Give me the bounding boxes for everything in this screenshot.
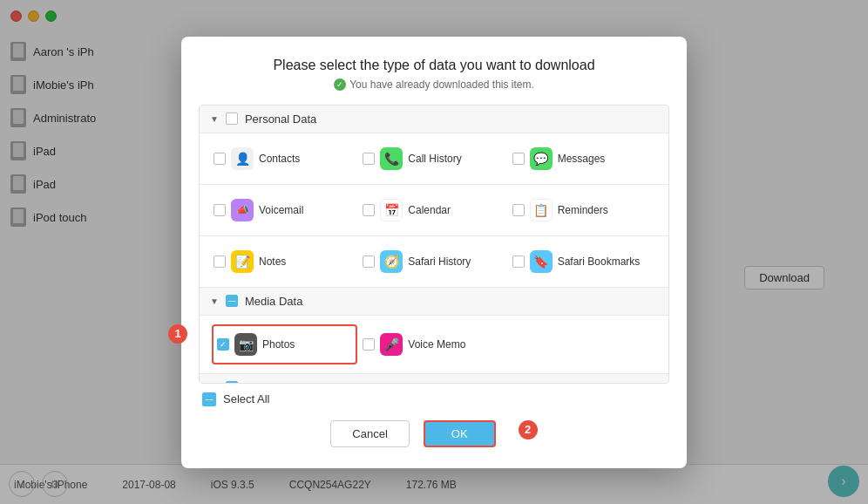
app-data-header[interactable]: — App Data	[200, 374, 668, 384]
personal-data-header[interactable]: ▼ Personal Data	[200, 106, 668, 133]
modal-dialog: 1 Please select the type of data you wan…	[181, 37, 687, 468]
reminders-label: Reminders	[558, 204, 608, 216]
photos-checkbox[interactable]	[217, 338, 229, 351]
safari-history-label: Safari History	[408, 255, 471, 268]
safari-bookmarks-icon: 🔖	[530, 250, 553, 273]
safari-history-item[interactable]: 🧭 Safari History	[359, 243, 508, 280]
calendar-icon: 📅	[380, 199, 403, 221]
notes-label: Notes	[259, 255, 286, 268]
safari-bookmarks-item[interactable]: 🔖 Safari Bookmarks	[509, 243, 658, 280]
modal-subtitle-text: You have already downloaded this item.	[349, 78, 534, 91]
personal-data-label: Personal Data	[245, 112, 316, 126]
modal-title: Please select the type of data you want …	[181, 58, 687, 73]
notes-icon: 📝	[231, 250, 254, 273]
reminders-item[interactable]: 📋 Reminders	[509, 192, 658, 228]
call-history-checkbox[interactable]	[363, 153, 375, 165]
media-data-label: Media Data	[245, 295, 302, 308]
reminders-checkbox[interactable]	[512, 204, 525, 216]
voicemail-icon: 📣	[231, 199, 254, 221]
call-history-icon: 📞	[380, 147, 403, 170]
contacts-checkbox[interactable]	[214, 153, 226, 165]
call-history-label: Call History	[408, 153, 461, 165]
contacts-item[interactable]: 👤 Contacts	[210, 140, 359, 177]
safari-history-icon: 🧭	[380, 250, 403, 273]
notes-checkbox[interactable]	[214, 255, 226, 268]
voicemail-item[interactable]: 📣 Voicemail	[210, 192, 359, 228]
check-icon: ✓	[334, 78, 346, 91]
step2-badge: 2	[519, 420, 538, 439]
voice-memo-icon: 🎤	[380, 333, 403, 356]
contacts-icon: 👤	[231, 147, 254, 170]
photos-label: Photos	[262, 338, 295, 351]
personal-row-1: 👤 Contacts 📞 Call History 💬 Messages	[200, 133, 668, 185]
cancel-button[interactable]: Cancel	[330, 420, 409, 447]
voicemail-label: Voicemail	[259, 204, 303, 216]
notes-item[interactable]: 📝 Notes	[210, 243, 359, 280]
select-all-row[interactable]: Select All	[181, 384, 687, 415]
voicemail-checkbox[interactable]	[214, 204, 226, 216]
messages-checkbox[interactable]	[512, 153, 525, 165]
media-collapse-arrow-icon: ▼	[210, 296, 219, 306]
data-list: ▼ Personal Data 👤 Contacts 📞 Call Histor…	[199, 105, 669, 384]
contacts-label: Contacts	[259, 153, 300, 165]
modal-overlay: 1 Please select the type of data you wan…	[0, 0, 868, 504]
photos-icon: 📷	[234, 333, 257, 356]
media-row-1: 📷 Photos 🎤 Voice Memo	[200, 316, 668, 374]
messages-icon: 💬	[530, 147, 553, 170]
collapse-arrow-icon: ▼	[210, 114, 219, 124]
messages-item[interactable]: 💬 Messages	[509, 140, 658, 177]
voice-memo-item[interactable]: 🎤 Voice Memo	[359, 323, 508, 366]
modal-subtitle: ✓ You have already downloaded this item.	[181, 78, 687, 91]
calendar-checkbox[interactable]	[363, 204, 375, 216]
step1-badge: 1	[168, 324, 187, 344]
messages-label: Messages	[558, 153, 606, 165]
call-history-item[interactable]: 📞 Call History	[359, 140, 508, 177]
safari-bookmarks-checkbox[interactable]	[512, 255, 525, 268]
calendar-item[interactable]: 📅 Calendar	[359, 192, 508, 228]
voice-memo-checkbox[interactable]	[363, 338, 375, 351]
voice-memo-label: Voice Memo	[408, 338, 465, 351]
media-data-header[interactable]: ▼ Media Data	[200, 288, 668, 316]
calendar-label: Calendar	[408, 204, 451, 216]
modal-buttons: Cancel OK 2	[181, 415, 687, 451]
select-all-checkbox[interactable]	[202, 392, 216, 406]
safari-history-checkbox[interactable]	[363, 255, 375, 268]
select-all-label: Select All	[223, 392, 269, 405]
ok-button[interactable]: OK	[424, 420, 496, 447]
personal-row-2: 📣 Voicemail 📅 Calendar 📋 Reminders	[200, 185, 668, 236]
personal-row-3: 📝 Notes 🧭 Safari History 🔖 Safari Bookma…	[200, 236, 668, 288]
media-data-checkbox[interactable]	[226, 295, 238, 307]
personal-data-checkbox[interactable]	[226, 112, 238, 125]
photos-item[interactable]: 📷 Photos	[212, 324, 357, 364]
reminders-icon: 📋	[530, 199, 553, 221]
safari-bookmarks-label: Safari Bookmarks	[558, 255, 641, 268]
